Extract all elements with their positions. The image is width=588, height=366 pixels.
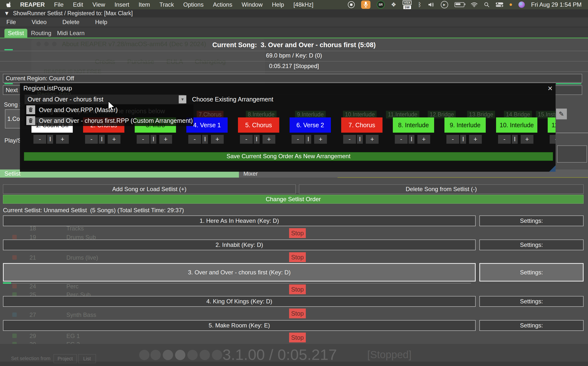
screen-record-icon[interactable]: [348, 1, 355, 8]
menu-item-window[interactable]: Window: [242, 1, 263, 8]
combobox-dropdown-button[interactable]: ▼: [179, 95, 186, 103]
arrangement-combobox[interactable]: Over and Over - chorus first: [25, 95, 185, 104]
region-plus-button[interactable]: +: [108, 135, 120, 144]
app-menu-video[interactable]: Video: [32, 19, 47, 26]
region-insert-button[interactable]: I: [202, 135, 208, 144]
song-row-1[interactable]: 1. Here As In Heaven (Key: D): [3, 215, 476, 226]
song-row-3-selected[interactable]: 3. Over and Over - chorus first (Key: D): [3, 263, 476, 282]
menu-item-edit[interactable]: Edit: [73, 1, 83, 8]
region-insert-button[interactable]: I: [460, 135, 466, 144]
region-plus-button[interactable]: +: [56, 135, 69, 144]
region-minus-button[interactable]: -: [240, 135, 253, 144]
song-row-5[interactable]: 5. Make Room (Key: E): [3, 320, 476, 331]
popup-resize-grip[interactable]: [549, 165, 556, 172]
arrangement-option-custom[interactable]: Over and Over - chorus first.RPP (Custom…: [25, 115, 193, 126]
showrunner-status-icon[interactable]: SR: [377, 1, 385, 9]
region-minus-button[interactable]: -: [33, 135, 46, 144]
save-arrangement-button[interactable]: Save Current Song Order As New Arrangeme…: [24, 152, 553, 161]
region-minus-button[interactable]: -: [85, 135, 98, 144]
spotlight-search-icon[interactable]: [484, 2, 489, 7]
menu-item-options[interactable]: Options: [183, 1, 204, 8]
region-minus-button[interactable]: -: [395, 135, 408, 144]
trash-icon[interactable]: [26, 116, 35, 125]
region-button-verse-2[interactable]: 6. Verse 2: [290, 117, 331, 133]
menu-item-actions[interactable]: Actions: [213, 1, 232, 8]
tab-setlist[interactable]: Setlist: [4, 29, 27, 38]
region-minus-button[interactable]: -: [292, 135, 304, 144]
song-settings-button-3[interactable]: Settings:: [479, 263, 584, 282]
region-insert-button[interactable]: I: [150, 135, 156, 144]
region-button-interlude-8[interactable]: 8. Interlude: [393, 117, 434, 133]
samplerate-indicator[interactable]: [48kHz]: [294, 1, 313, 8]
song-settings-button-4[interactable]: Settings:: [479, 296, 584, 307]
now-playing-icon[interactable]: ▶: [441, 1, 448, 8]
region-button-interlude-10[interactable]: 10. Interlude: [496, 117, 537, 133]
region-minus-button[interactable]: -: [137, 135, 149, 144]
close-icon[interactable]: ✕: [547, 85, 553, 92]
region-minus-button[interactable]: -: [550, 135, 556, 144]
menu-bar-clock[interactable]: Fri Aug 29 1:54 PM: [531, 1, 582, 8]
region-insert-button[interactable]: I: [99, 135, 105, 144]
song-row-2[interactable]: 2. Inhabit (Key: D): [3, 239, 476, 250]
stop-button-3[interactable]: Stop: [289, 284, 306, 294]
menu-item-insert[interactable]: Insert: [115, 1, 129, 8]
menu-item-help[interactable]: Help: [272, 1, 284, 8]
menu-item-item[interactable]: Item: [139, 1, 150, 8]
menu-item-track[interactable]: Track: [159, 1, 174, 8]
volume-icon[interactable]: [428, 2, 434, 7]
region-insert-button[interactable]: I: [305, 135, 311, 144]
song-row-4[interactable]: 4. King Of Kings (Key: D): [3, 296, 476, 307]
menu-item-reaper[interactable]: REAPER: [20, 1, 45, 8]
region-button-interlude-11[interactable]: 11. Interlude: [548, 117, 556, 133]
change-setlist-order-button[interactable]: Change Setlist Order: [3, 195, 584, 204]
siri-icon[interactable]: [518, 1, 525, 8]
region-plus-button[interactable]: +: [469, 135, 482, 144]
stop-button-5[interactable]: Stop: [289, 333, 306, 342]
bluetooth-icon[interactable]: ᛒ: [418, 1, 421, 8]
song-settings-button-2[interactable]: Settings:: [479, 239, 584, 250]
menu-item-view[interactable]: View: [92, 1, 105, 8]
region-button-chorus-7[interactable]: 7. Chorus: [341, 117, 382, 133]
region-button-chorus-5[interactable]: 5. Chorus: [238, 117, 279, 133]
add-song-button[interactable]: Add Song or Load Setlist (+): [3, 184, 296, 194]
song-settings-button-5[interactable]: Settings:: [479, 320, 584, 331]
song-settings-button-1[interactable]: Settings:: [479, 215, 584, 226]
region-plus-button[interactable]: +: [521, 135, 533, 144]
trash-icon[interactable]: [26, 105, 35, 114]
region-insert-button[interactable]: I: [512, 135, 518, 144]
region-plus-button[interactable]: +: [366, 135, 379, 144]
app-menu-delete[interactable]: Delete: [62, 19, 79, 26]
dropbox-icon[interactable]: ❖: [391, 1, 397, 8]
region-plus-button[interactable]: +: [263, 135, 275, 144]
region-plus-button[interactable]: +: [159, 135, 172, 144]
apple-menu-icon[interactable]: [6, 1, 12, 8]
region-plus-button[interactable]: +: [417, 135, 430, 144]
battery-icon[interactable]: [455, 2, 464, 7]
app-menu-file[interactable]: File: [6, 19, 16, 26]
region-plus-button[interactable]: +: [211, 135, 224, 144]
tab-midi-learn[interactable]: Midi Learn: [54, 29, 88, 38]
region-minus-button[interactable]: -: [498, 135, 511, 144]
region-insert-button[interactable]: I: [47, 135, 53, 144]
region-minus-button[interactable]: -: [343, 135, 356, 144]
region-button-interlude-9[interactable]: 9. Interlude: [444, 117, 486, 133]
delete-song-button[interactable]: Delete Song from Setlist (-): [299, 184, 584, 194]
stop-button-4[interactable]: Stop: [289, 309, 306, 318]
region-insert-button[interactable]: I: [409, 135, 414, 144]
region-plus-button[interactable]: +: [314, 135, 327, 144]
menu-item-file[interactable]: File: [54, 1, 64, 8]
edit-regions-button[interactable]: ✎: [556, 109, 567, 119]
stop-button-2[interactable]: Stop: [289, 252, 306, 262]
wifi-icon[interactable]: [471, 2, 478, 7]
region-minus-button[interactable]: -: [188, 135, 201, 144]
region-minus-button[interactable]: -: [446, 135, 459, 144]
tab-routing[interactable]: Routing: [28, 29, 55, 38]
region-insert-button[interactable]: I: [357, 135, 363, 144]
app-menu-help[interactable]: Help: [95, 19, 107, 26]
stop-button-1[interactable]: Stop: [289, 228, 306, 238]
vsx-soundware-icon[interactable]: VSX SW: [403, 0, 412, 9]
collapse-triangle-icon[interactable]: ▼: [4, 10, 10, 17]
control-center-icon[interactable]: [496, 2, 503, 7]
region-insert-button[interactable]: I: [254, 135, 260, 144]
microphone-icon[interactable]: [361, 0, 370, 9]
